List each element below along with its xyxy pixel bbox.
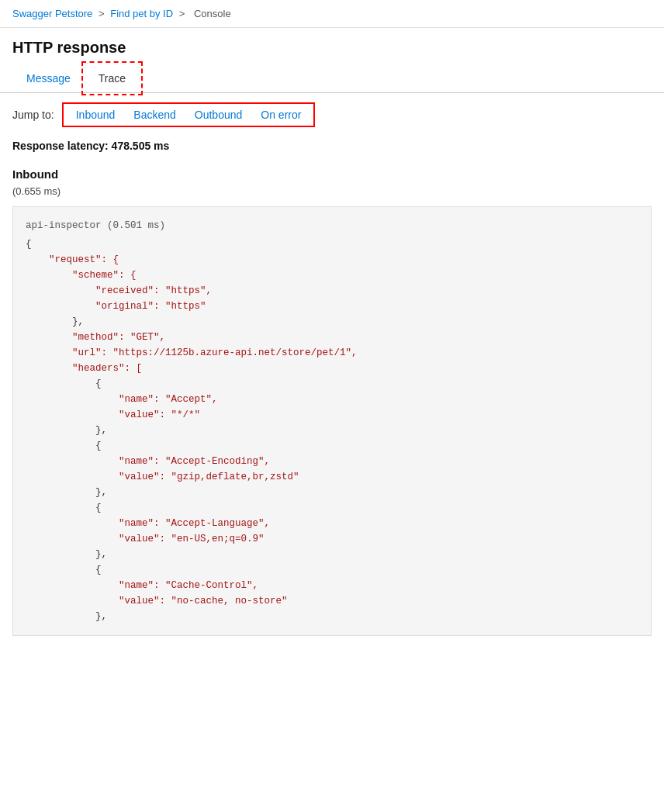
tab-message[interactable]: Message	[12, 64, 85, 92]
code-line: {	[26, 562, 638, 578]
tabs-container: Message Trace	[0, 64, 664, 93]
code-line: "name": "Accept-Encoding",	[26, 454, 638, 469]
code-line: {	[26, 237, 638, 252]
inbound-section-title: Inbound	[0, 161, 664, 184]
code-line: "name": "Cache-Control",	[26, 578, 638, 593]
tab-trace[interactable]: Trace	[85, 64, 140, 92]
code-line: "value": "*/*"	[26, 407, 638, 423]
code-line: },	[26, 609, 638, 624]
breadcrumb-item-findpet[interactable]: Find pet by ID	[110, 8, 173, 19]
code-line: {	[26, 500, 638, 516]
response-latency: Response latency: 478.505 ms	[0, 136, 664, 161]
code-line: },	[26, 547, 638, 562]
jump-link-outbound[interactable]: Outbound	[188, 107, 249, 123]
code-line: {	[26, 438, 638, 454]
breadcrumb-separator-1: >	[99, 8, 107, 19]
jump-links-container: Inbound Backend Outbound On error	[62, 102, 316, 127]
code-line: },	[26, 423, 638, 438]
inspector-header: api-inspector (0.501 ms)	[26, 218, 638, 233]
code-line: "value": "en-US,en;q=0.9"	[26, 531, 638, 547]
code-line: "name": "Accept",	[26, 392, 638, 407]
code-line: "received": "https",	[26, 283, 638, 299]
breadcrumb-item-console: Console	[194, 8, 231, 19]
jump-link-backend[interactable]: Backend	[127, 107, 182, 123]
code-block: api-inspector (0.501 ms) { "request": { …	[12, 206, 652, 636]
jump-link-inbound[interactable]: Inbound	[70, 107, 122, 123]
code-line: "url": "https://1125b.azure-api.net/stor…	[26, 345, 638, 361]
code-line: "method": "GET",	[26, 330, 638, 345]
code-line: "scheme": {	[26, 268, 638, 283]
code-line: },	[26, 485, 638, 500]
code-line: "name": "Accept-Language",	[26, 516, 638, 531]
page-title: HTTP response	[0, 28, 664, 64]
code-line: {	[26, 376, 638, 392]
code-line: "value": "no-cache, no-store"	[26, 593, 638, 609]
code-line: "request": {	[26, 252, 638, 268]
code-line: },	[26, 314, 638, 330]
jump-to-label: Jump to:	[12, 109, 54, 121]
code-lines: { "request": { "scheme": { "received": "…	[26, 237, 638, 624]
code-line: "original": "https"	[26, 299, 638, 314]
jump-to-row: Jump to: Inbound Backend Outbound On err…	[0, 93, 664, 136]
code-line: "value": "gzip,deflate,br,zstd"	[26, 469, 638, 485]
code-line: "headers": [	[26, 361, 638, 376]
breadcrumb-separator-2: >	[179, 8, 188, 19]
breadcrumb: Swagger Petstore > Find pet by ID > Cons…	[0, 0, 664, 28]
breadcrumb-item-swagger[interactable]: Swagger Petstore	[12, 8, 92, 19]
inbound-section-time: (0.655 ms)	[0, 184, 664, 203]
jump-link-onerror[interactable]: On error	[254, 107, 307, 123]
